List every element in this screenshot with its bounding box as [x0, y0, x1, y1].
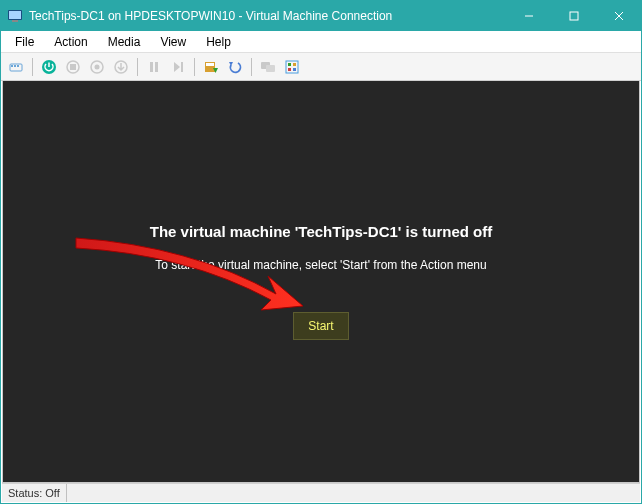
window-title: TechTips-DC1 on HPDESKTOPWIN10 - Virtual… [29, 9, 506, 23]
checkpoint-button[interactable] [200, 56, 222, 78]
menu-action[interactable]: Action [44, 33, 97, 51]
toolbar-separator [251, 58, 252, 76]
svg-rect-19 [155, 62, 158, 72]
ctrl-alt-del-button[interactable] [5, 56, 27, 78]
svg-rect-9 [14, 65, 16, 67]
save-vm-button[interactable] [110, 56, 132, 78]
svg-rect-4 [570, 12, 578, 20]
vm-status-heading: The virtual machine 'TechTips-DC1' is tu… [150, 223, 492, 240]
svg-marker-25 [229, 62, 233, 66]
shutdown-vm-button[interactable] [86, 56, 108, 78]
svg-rect-8 [11, 65, 13, 67]
menu-media[interactable]: Media [98, 33, 151, 51]
toolbar-separator [194, 58, 195, 76]
svg-rect-2 [12, 20, 18, 22]
svg-rect-1 [9, 11, 21, 19]
statusbar: Status: Off [2, 483, 640, 502]
pause-vm-button[interactable] [143, 56, 165, 78]
svg-rect-29 [288, 63, 291, 66]
enhanced-session-button[interactable] [257, 56, 279, 78]
start-vm-button[interactable] [38, 56, 60, 78]
svg-rect-23 [206, 63, 214, 66]
svg-rect-32 [293, 68, 296, 71]
toolbar-separator [32, 58, 33, 76]
svg-rect-14 [70, 64, 76, 70]
start-button[interactable]: Start [293, 312, 348, 340]
svg-rect-27 [266, 65, 275, 72]
share-button[interactable] [281, 56, 303, 78]
svg-rect-21 [181, 62, 183, 72]
svg-rect-10 [17, 65, 19, 67]
window-controls [506, 1, 641, 31]
vm-viewport: The virtual machine 'TechTips-DC1' is tu… [2, 81, 640, 483]
svg-rect-30 [293, 63, 296, 66]
app-icon [7, 8, 23, 24]
menubar: File Action Media View Help [1, 31, 641, 53]
status-label: Status: Off [2, 484, 67, 502]
toolbar-separator [137, 58, 138, 76]
menu-help[interactable]: Help [196, 33, 241, 51]
titlebar: TechTips-DC1 on HPDESKTOPWIN10 - Virtual… [1, 1, 641, 31]
svg-rect-31 [288, 68, 291, 71]
toolbar [1, 53, 641, 81]
menu-file[interactable]: File [5, 33, 44, 51]
menu-view[interactable]: View [150, 33, 196, 51]
close-button[interactable] [596, 1, 641, 31]
vm-status-subtext: To start the virtual machine, select 'St… [155, 258, 486, 272]
minimize-button[interactable] [506, 1, 551, 31]
svg-marker-20 [174, 62, 180, 72]
revert-button[interactable] [224, 56, 246, 78]
reset-vm-button[interactable] [167, 56, 189, 78]
svg-rect-28 [286, 61, 298, 73]
svg-point-16 [95, 64, 100, 69]
turnoff-vm-button[interactable] [62, 56, 84, 78]
maximize-button[interactable] [551, 1, 596, 31]
svg-rect-18 [150, 62, 153, 72]
